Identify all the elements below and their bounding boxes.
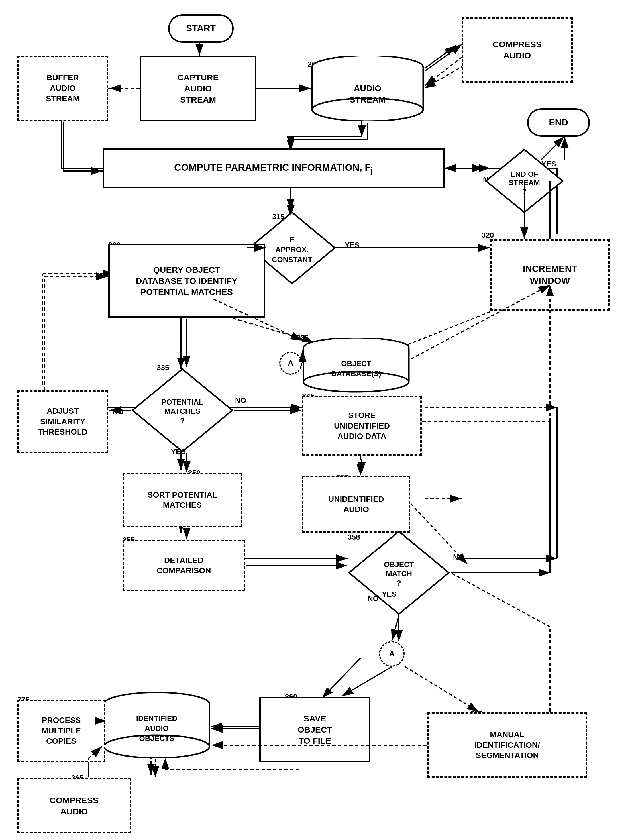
start-label: START <box>186 22 216 35</box>
manual-id: MANUALIDENTIFICATION/SEGMENTATION <box>428 712 587 778</box>
compute-parametric-label: COMPUTE PARAMETRIC INFORMATION, Fj <box>174 161 373 175</box>
svg-line-132 <box>451 573 550 627</box>
end-node: END <box>527 108 590 137</box>
svg-line-37 <box>322 658 360 698</box>
process-multiple: PROCESSMULTIPLECOPIES <box>17 699 106 762</box>
start-node: START <box>168 14 234 43</box>
no-label-potential-left: NO <box>112 407 124 416</box>
adjust-similarity-label: ADJUSTSIMILARITYTHRESHOLD <box>38 406 87 437</box>
svg-text:MATCHES: MATCHES <box>164 407 201 415</box>
detailed-comparison: DETAILEDCOMPARISON <box>123 540 245 591</box>
identified-audio-cylinder: IDENTIFIED AUDIO OBJECTS <box>103 692 211 758</box>
object-match-svg: OBJECT MATCH ? <box>347 530 450 616</box>
connector-a-bottom: A <box>379 641 404 667</box>
compress-audio-top-label: COMPRESSAUDIO <box>493 39 542 61</box>
end-of-stream-diamond-wrapper: END OF STREAM ? <box>485 148 564 214</box>
svg-text:MATCH: MATCH <box>386 569 412 578</box>
svg-text:POTENTIAL: POTENTIAL <box>161 398 203 406</box>
svg-text:OBJECT: OBJECT <box>341 359 371 368</box>
svg-line-95 <box>425 57 462 85</box>
label-320: 320 <box>482 231 494 240</box>
svg-text:OBJECTS: OBJECTS <box>139 734 174 742</box>
svg-text:AUDIO: AUDIO <box>145 724 169 733</box>
object-database-svg: OBJECT DATABASE(S) <box>302 338 410 395</box>
capture-audio-label: CAPTUREAUDIOSTREAM <box>177 72 219 105</box>
svg-line-9 <box>425 46 456 68</box>
save-object-label: SAVEOBJECTTO FILE <box>297 713 332 746</box>
svg-text:STREAM: STREAM <box>508 178 540 187</box>
yes-label-potential: YES <box>171 447 186 456</box>
svg-line-94 <box>425 44 462 71</box>
svg-text:AUDIO: AUDIO <box>354 84 382 93</box>
svg-line-123 <box>342 667 392 696</box>
store-unidentified-label: STOREUNIDENTIFIEDAUDIO DATA <box>334 410 390 441</box>
svg-line-124 <box>405 667 479 712</box>
audio-stream-cylinder: AUDIO STREAM <box>311 55 425 121</box>
increment-window-label: INCREMENTWINDOW <box>523 263 577 287</box>
svg-text:?: ? <box>522 187 527 196</box>
object-match-diamond-wrapper: OBJECT MATCH ? <box>347 530 450 616</box>
svg-text:CONSTANT: CONSTANT <box>272 255 313 264</box>
svg-text:DATABASE(S): DATABASE(S) <box>331 369 381 378</box>
buffer-audio-label: BUFFERAUDIOSTREAM <box>46 73 79 104</box>
no-label-object-match-bottom: NO <box>368 594 379 603</box>
yes-label-object-match: YES <box>382 590 396 598</box>
compress-audio-bottom: COMPRESSAUDIO <box>17 778 131 834</box>
end-label: END <box>549 117 568 128</box>
svg-text:?: ? <box>180 416 185 425</box>
svg-text:END OF: END OF <box>510 170 538 178</box>
compute-parametric: COMPUTE PARAMETRIC INFORMATION, Fj <box>103 148 445 188</box>
save-object: SAVEOBJECTTO FILE <box>259 697 370 762</box>
unidentified-audio-label: UNIDENTIFIEDAUDIO <box>328 494 384 515</box>
process-multiple-label: PROCESSMULTIPLECOPIES <box>42 715 81 746</box>
store-unidentified: STOREUNIDENTIFIEDAUDIO DATA <box>302 396 422 456</box>
unidentified-audio: UNIDENTIFIEDAUDIO <box>302 476 410 533</box>
buffer-audio-stream: BUFFERAUDIOSTREAM <box>17 55 108 121</box>
compress-audio-top: COMPRESSAUDIO <box>462 17 573 83</box>
svg-text:?: ? <box>396 579 401 587</box>
svg-text:F: F <box>290 235 294 244</box>
increment-window: INCREMENTWINDOW <box>490 239 610 311</box>
flowchart-diagram: START 300 CAPTUREAUDIOSTREAM 205 AUDIO S… <box>0 0 630 840</box>
audio-stream-svg: AUDIO STREAM <box>311 55 425 121</box>
adjust-similarity: ADJUSTSIMILARITYTHRESHOLD <box>17 390 108 453</box>
sort-potential: SORT POTENTIALMATCHES <box>123 473 242 527</box>
query-object-database: QUERY OBJECTDATABASE TO IDENTIFYPOTENTIA… <box>108 244 265 318</box>
connector-a-top: A <box>279 352 302 375</box>
yes-label-f-approx: YES <box>345 241 360 249</box>
manual-id-label: MANUALIDENTIFICATION/SEGMENTATION <box>474 729 540 761</box>
potential-matches-diamond-wrapper: POTENTIAL MATCHES ? <box>131 368 234 453</box>
capture-audio-stream: CAPTUREAUDIOSTREAM <box>140 55 256 121</box>
identified-audio-svg: IDENTIFIED AUDIO OBJECTS <box>103 692 211 758</box>
svg-line-120 <box>392 616 399 641</box>
end-of-stream-svg: END OF STREAM ? <box>485 148 564 214</box>
svg-text:OBJECT: OBJECT <box>384 560 414 569</box>
no-label-object-match-right: NO <box>453 553 464 562</box>
compress-audio-bottom-label: COMPRESSAUDIO <box>50 795 99 817</box>
query-object-label: QUERY OBJECTDATABASE TO IDENTIFYPOTENTIA… <box>136 264 238 297</box>
svg-text:STREAM: STREAM <box>350 95 386 104</box>
detailed-comparison-label: DETAILEDCOMPARISON <box>157 555 211 576</box>
no-label-potential-right: NO <box>235 396 246 405</box>
object-database-cylinder: OBJECT DATABASE(S) <box>302 338 410 395</box>
potential-matches-svg: POTENTIAL MATCHES ? <box>131 368 234 453</box>
svg-text:IDENTIFIED: IDENTIFIED <box>136 714 177 723</box>
sort-potential-label: SORT POTENTIALMATCHES <box>148 490 217 511</box>
svg-text:APPROX.: APPROX. <box>275 245 309 254</box>
